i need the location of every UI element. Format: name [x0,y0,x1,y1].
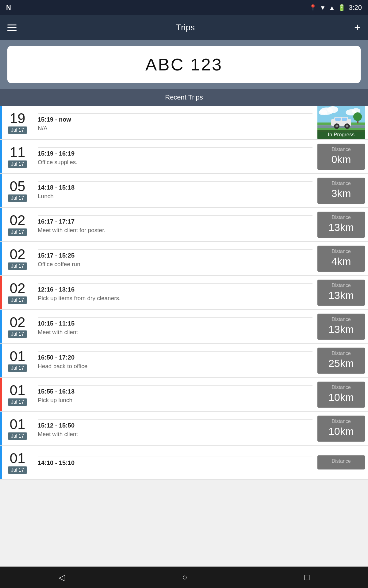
trip-row[interactable]: 01 Jul 17 15:55 - 16:13 Pick up lunch Di… [0,378,368,412]
trip-time: 14:18 - 15:18 [38,184,312,191]
trip-description: Meet with client [38,431,312,438]
distance-value: 0km [320,153,362,165]
trip-info[interactable]: 14:10 - 15:10 [33,452,317,473]
trip-row[interactable]: 19 Jul 17 15:19 - now N/A [0,106,368,140]
trip-info[interactable]: 15:19 - now N/A [33,109,317,136]
distance-value: 13km [320,221,362,233]
trip-divider [38,147,312,148]
trip-indicator [0,344,2,377]
location-icon: 📍 [309,4,317,11]
trip-indicator [0,106,2,139]
distance-label: Distance [320,419,362,424]
distance-value: 25km [320,357,362,369]
trip-distance: Distance 13km [317,212,365,238]
distance-value: 3km [320,187,362,199]
trip-day: 01 [10,383,25,397]
wifi-icon: ▼ [320,4,326,11]
trip-indicator [0,276,2,309]
trip-row[interactable]: 02 Jul 17 15:17 - 15:25 Office coffee ru… [0,242,368,276]
trip-time: 15:55 - 16:13 [38,388,312,395]
distance-label: Distance [320,385,362,390]
plate-container: ABC 123 [0,40,368,89]
trip-date-box: 01 Jul 17 [2,414,33,443]
trip-time: 16:17 - 17:17 [38,218,312,225]
trip-distance: Distance 10km [317,416,365,442]
trip-distance: Distance 4km [317,246,365,272]
trip-time: 10:15 - 11:15 [38,320,312,327]
back-button[interactable]: ◁ [59,572,65,582]
trip-date-box: 01 Jul 17 [2,448,33,477]
trip-time: 15:12 - 15:50 [38,422,312,429]
trip-distance: Distance 0km [317,144,365,170]
scene-illustration [317,106,365,132]
trip-day: 02 [10,213,25,227]
trip-row[interactable]: 01 Jul 17 15:12 - 15:50 Meet with client… [0,412,368,446]
trip-row[interactable]: 02 Jul 17 10:15 - 11:15 Meet with client… [0,310,368,344]
trip-row[interactable]: 02 Jul 17 12:16 - 13:16 Pick up items fr… [0,276,368,310]
menu-button[interactable] [7,24,17,31]
trip-info[interactable]: 10:15 - 11:15 Meet with client [33,313,317,340]
trip-day: 02 [10,247,25,261]
trip-info[interactable]: 12:16 - 13:16 Pick up items from dry cle… [33,279,317,306]
trip-time: 14:10 - 15:10 [38,459,312,466]
trip-info[interactable]: 16:50 - 17:20 Head back to office [33,347,317,374]
trip-info[interactable]: 15:19 - 16:19 Office supplies. [33,143,317,170]
trip-month: Jul 17 [8,228,27,236]
trip-distance: Distance 13km [317,314,365,340]
app-bar: Trips + [0,15,368,40]
trip-time: 16:50 - 17:20 [38,354,312,361]
trip-indicator [0,310,2,343]
trip-row[interactable]: 01 Jul 17 14:10 - 15:10 Distance [0,446,368,480]
trip-row[interactable]: 01 Jul 17 16:50 - 17:20 Head back to off… [0,344,368,378]
trip-info[interactable]: 16:17 - 17:17 Meet with client for poste… [33,211,317,238]
trip-month: Jul 17 [8,296,27,304]
trip-description: Office supplies. [38,159,312,166]
trip-month: Jul 17 [8,364,27,372]
trip-divider [38,215,312,216]
trip-month: Jul 17 [8,432,27,440]
svg-rect-14 [342,118,347,121]
trip-day: 19 [10,111,25,125]
trips-list: 19 Jul 17 15:19 - now N/A [0,106,368,480]
trip-info[interactable]: 15:17 - 15:25 Office coffee run [33,245,317,272]
trip-description: N/A [38,125,312,132]
add-trip-button[interactable]: + [354,21,361,34]
trip-day: 01 [10,349,25,363]
recent-button[interactable]: □ [304,572,309,582]
svg-point-16 [335,125,338,127]
trip-day: 05 [10,179,25,193]
section-header: Recent Trips [0,89,368,106]
distance-label: Distance [320,458,362,464]
trip-day: 01 [10,417,25,431]
distance-value: 10km [320,425,362,437]
trip-row[interactable]: 05 Jul 17 14:18 - 15:18 Lunch Distance 3… [0,174,368,208]
svg-rect-13 [335,118,341,121]
distance-label: Distance [320,249,362,254]
trip-row[interactable]: 02 Jul 17 16:17 - 17:17 Meet with client… [0,208,368,242]
trip-description: Pick up items from dry cleaners. [38,295,312,302]
app-bar-title: Trips [176,23,195,32]
trip-distance: Distance 10km [317,382,365,408]
distance-label: Distance [320,283,362,288]
trip-info[interactable]: 14:18 - 15:18 Lunch [33,177,317,204]
home-button[interactable]: ○ [182,572,187,582]
trip-divider [38,419,312,420]
distance-value: 13km [320,289,362,301]
trip-description: Meet with client for poster. [38,227,312,234]
trip-divider [38,351,312,352]
distance-label: Distance [320,317,362,322]
trip-date-box: 05 Jul 17 [2,176,33,205]
bottom-nav: ◁ ○ □ [0,567,368,588]
trip-divider [38,317,312,318]
trip-date-box: 11 Jul 17 [2,142,33,171]
trip-row[interactable]: 11 Jul 17 15:19 - 16:19 Office supplies.… [0,140,368,174]
signal-icon: ▲ [329,4,335,11]
status-bar: N 📍 ▼ ▲ 🔋 3:20 [0,0,368,15]
trip-divider [38,113,312,114]
trip-date-box: 01 Jul 17 [2,380,33,409]
trip-info[interactable]: 15:55 - 16:13 Pick up lunch [33,381,317,408]
distance-label: Distance [320,147,362,152]
license-plate[interactable]: ABC 123 [7,46,361,83]
trip-description: Head back to office [38,363,312,370]
trip-info[interactable]: 15:12 - 15:50 Meet with client [33,415,317,442]
